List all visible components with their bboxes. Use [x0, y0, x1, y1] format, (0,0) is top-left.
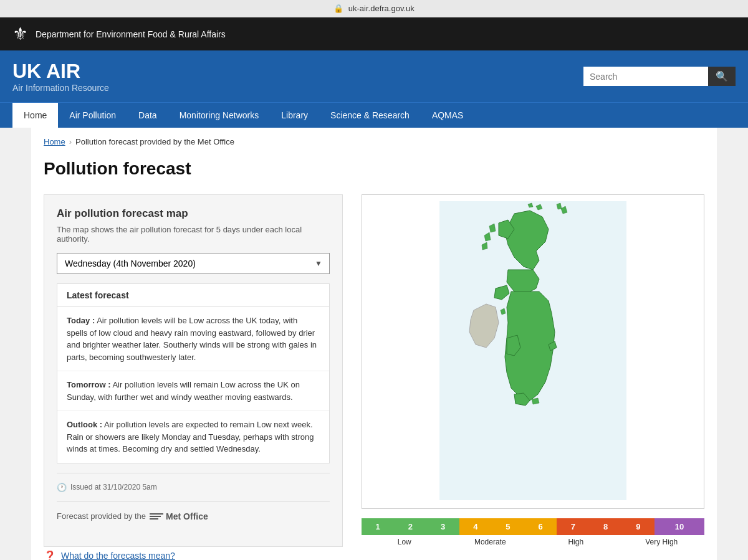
- met-credit-text: Forecast provided by the: [57, 511, 146, 521]
- breadcrumb-home[interactable]: Home: [44, 137, 65, 146]
- breadcrumb-separator: ›: [69, 137, 72, 146]
- links-section: ❓What do the forecasts mean?❓How are the…: [44, 550, 343, 561]
- uk-map-svg: [368, 201, 698, 500]
- forecast-card: Air pollution forecast map The map shows…: [44, 194, 343, 547]
- link-item: ❓What do the forecasts mean?: [44, 550, 343, 561]
- nav-item-air-pollution[interactable]: Air Pollution: [58, 103, 127, 128]
- scale-box-3: 3: [426, 518, 459, 535]
- issued-at: 🕐 Issued at 31/10/2020 5am: [57, 483, 330, 492]
- scale-box-6: 6: [524, 518, 557, 535]
- site-header: UK AIR Air Information Resource 🔍: [0, 50, 748, 102]
- divider2: [57, 501, 330, 502]
- forecast-item-label: Today :: [67, 316, 95, 325]
- nav-item-data[interactable]: Data: [127, 103, 168, 128]
- link-anchor[interactable]: What do the forecasts mean?: [61, 551, 175, 560]
- met-office-logo: Met Office: [150, 511, 208, 521]
- clock-icon: 🕐: [57, 483, 67, 492]
- search-area: 🔍: [583, 67, 736, 86]
- date-select-wrapper[interactable]: Wednesday (4th November 2020)Thursday (5…: [57, 253, 330, 274]
- forecast-item-label: Outlook :: [67, 420, 102, 429]
- forecast-item: Tomorrow : Air pollution levels will rem…: [57, 371, 329, 411]
- scale-label: Low: [362, 538, 448, 546]
- url-display: uk-air.defra.gov.uk: [348, 4, 415, 13]
- nav-item-home[interactable]: Home: [12, 103, 58, 128]
- scale-box-4: 4: [459, 518, 492, 535]
- browser-bar: 🔒 uk-air.defra.gov.uk: [0, 0, 748, 17]
- lock-icon: 🔒: [333, 4, 343, 13]
- content-wrapper: Home › Pollution forecast provided by th…: [31, 128, 717, 560]
- scale-label: High: [533, 538, 619, 546]
- forecast-card-title: Air pollution forecast map: [57, 207, 330, 220]
- site-subtitle: Air Information Resource: [12, 83, 109, 93]
- crown-icon: ⚜: [12, 24, 28, 44]
- gov-banner: ⚜ Department for Environment Food & Rura…: [0, 17, 748, 50]
- nav-item-aqmas[interactable]: AQMAS: [421, 103, 475, 128]
- logo-area: UK AIR Air Information Resource: [12, 60, 109, 93]
- divider: [57, 473, 330, 473]
- issued-at-text: Issued at 31/10/2020 5am: [70, 483, 157, 491]
- forecast-item: Today : Air pollution levels will be Low…: [57, 307, 329, 371]
- left-panel: Air pollution forecast map The map shows…: [44, 194, 343, 560]
- breadcrumb: Home › Pollution forecast provided by th…: [44, 137, 704, 146]
- forecast-card-subtitle: The map shows the air pollution forecast…: [57, 225, 330, 244]
- scale-box-9: 9: [622, 518, 654, 535]
- nav-item-monitoring-networks[interactable]: Monitoring Networks: [168, 103, 271, 128]
- dept-name: Department for Environment Food & Rural …: [36, 29, 226, 39]
- right-panel: 12345678910 LowModerateHighVery High: [362, 194, 704, 546]
- scale-box-7: 7: [557, 518, 589, 535]
- scale-box-5: 5: [492, 518, 524, 535]
- scale-box-1: 1: [362, 518, 394, 535]
- met-office-credit: Forecast provided by the Met Office: [57, 511, 330, 521]
- search-input[interactable]: [583, 67, 708, 86]
- scale-label: Moderate: [448, 538, 534, 546]
- page-title: Pollution forecast: [44, 159, 704, 179]
- main-layout: Air pollution forecast map The map shows…: [44, 194, 704, 560]
- scale-box-10: 10: [654, 518, 704, 535]
- scale-label: Very High: [619, 538, 705, 546]
- met-office-name: Met Office: [166, 511, 208, 521]
- forecast-item-label: Tomorrow :: [67, 380, 111, 389]
- latest-forecast-title: Latest forecast: [57, 284, 329, 307]
- scale-box-8: 8: [590, 518, 622, 535]
- nav-item-science-&-research[interactable]: Science & Research: [319, 103, 421, 128]
- link-icon: ❓: [44, 550, 56, 561]
- main-nav: HomeAir PollutionDataMonitoring Networks…: [0, 102, 748, 128]
- scale-box-2: 2: [394, 518, 426, 535]
- met-lines-icon: [150, 513, 163, 520]
- scale-labels: LowModerateHighVery High: [362, 538, 704, 546]
- nav-item-library[interactable]: Library: [270, 103, 319, 128]
- latest-forecast: Latest forecast Today : Air pollution le…: [57, 283, 330, 463]
- date-select[interactable]: Wednesday (4th November 2020)Thursday (5…: [57, 253, 330, 274]
- site-title: UK AIR: [12, 60, 109, 83]
- search-button[interactable]: 🔍: [708, 67, 736, 86]
- index-scale: 12345678910 LowModerateHighVery High: [362, 518, 704, 546]
- forecast-item: Outlook : Air pollution levels are expec…: [57, 411, 329, 463]
- map-container: [362, 194, 704, 509]
- breadcrumb-current: Pollution forecast provided by the Met O…: [75, 137, 234, 146]
